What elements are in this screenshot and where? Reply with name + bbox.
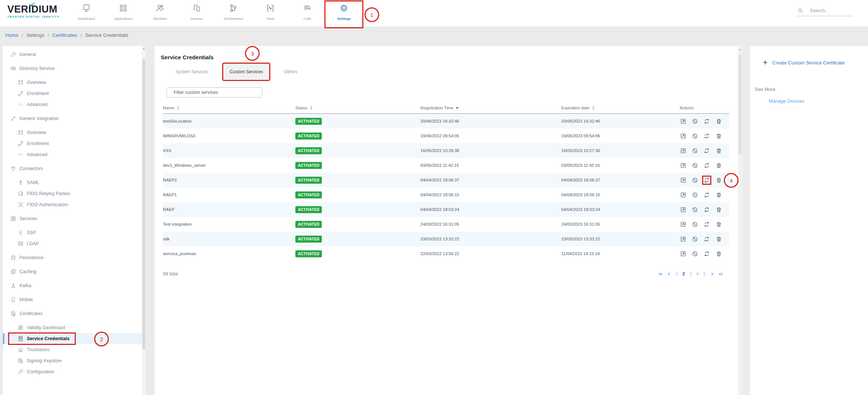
table-row[interactable]: XXX ACTIVATED 16/05/2022 10:26:38 16/05/… — [163, 143, 729, 158]
delete-icon[interactable] — [715, 147, 722, 154]
sidebar-item-directory-service[interactable]: Directory Service — [3, 63, 146, 74]
sidebar-item-services[interactable]: Services — [3, 213, 146, 224]
sidebar-item-fido-authenticators[interactable]: FIDO Authenticators — [3, 199, 146, 210]
sidebar-item-gi-enrollment[interactable]: Enrollment — [3, 138, 146, 149]
page-4-button[interactable]: 4 — [696, 271, 699, 276]
nav-item-dashboard[interactable]: Dashboard — [68, 1, 105, 27]
export-icon[interactable] — [680, 118, 687, 125]
previous-page-button[interactable] — [666, 272, 671, 276]
disable-icon[interactable] — [691, 191, 698, 198]
sidebar-item-caching[interactable]: Caching — [3, 266, 146, 277]
table-row[interactable]: Test integration ACTIVATED 24/03/2022 16… — [163, 217, 729, 232]
column-header-status[interactable]: Status — [295, 103, 420, 114]
table-row[interactable]: aencica_postman ACTIVATED 22/03/2022 13:… — [163, 246, 729, 261]
disable-icon[interactable] — [691, 177, 698, 184]
disable-icon[interactable] — [691, 147, 698, 154]
export-icon[interactable] — [680, 147, 687, 154]
export-icon[interactable] — [680, 236, 687, 243]
breadcrumb-certificates[interactable]: Certificates — [52, 32, 77, 38]
renew-icon[interactable] — [703, 191, 710, 198]
main-scrollbar[interactable] — [738, 46, 743, 395]
delete-icon[interactable] — [715, 162, 722, 169]
disable-icon[interactable] — [691, 236, 698, 243]
export-icon[interactable] — [680, 191, 687, 198]
disable-icon[interactable] — [691, 162, 698, 169]
delete-icon[interactable] — [715, 191, 722, 198]
sidebar-item-ldap[interactable]: LDAP — [3, 238, 146, 249]
disable-icon[interactable] — [691, 118, 698, 125]
sidebar-item-kafka[interactable]: Kafka — [3, 280, 146, 291]
last-page-button[interactable] — [718, 272, 723, 276]
first-page-button[interactable] — [658, 272, 663, 276]
nav-item-orchestrator[interactable]: Orchestrator — [215, 1, 252, 27]
sidebar-item-certificates[interactable]: Certificates — [3, 308, 146, 319]
renew-icon[interactable] — [703, 250, 710, 257]
scrollbar-thumb[interactable] — [739, 55, 742, 154]
disable-icon[interactable] — [691, 206, 698, 213]
sidebar-item-connectors[interactable]: Connectors — [3, 163, 146, 174]
page-3-button[interactable]: 3 — [689, 271, 692, 276]
export-icon[interactable] — [680, 221, 687, 228]
breadcrumb-home[interactable]: Home — [5, 32, 18, 38]
tab-custom-services[interactable]: Custom Services 3 — [223, 64, 269, 80]
scroll-up-arrow[interactable] — [142, 46, 146, 51]
export-icon[interactable] — [680, 250, 687, 257]
renew-icon[interactable] — [703, 221, 710, 228]
tab-system-services[interactable]: System Services — [169, 64, 214, 80]
sidebar-item-general[interactable]: General — [3, 49, 146, 60]
delete-icon[interactable] — [715, 177, 722, 184]
sidebar-item-configuration[interactable]: Configuration — [3, 366, 146, 377]
column-header-expiration-date[interactable]: Expiration date — [561, 103, 680, 114]
column-header-registration-time[interactable]: Registration Time — [420, 103, 561, 114]
column-header-name[interactable]: Name — [163, 103, 295, 114]
export-icon[interactable] — [680, 206, 687, 213]
sidebar-item-gi-advanced[interactable]: Advanced — [3, 149, 146, 160]
table-row[interactable]: RAEP ACTIVATED 04/04/2022 18:03:24 04/04… — [163, 202, 729, 217]
table-row[interactable]: sdk ACTIVATED 23/03/2022 13:32:22 23/03/… — [163, 232, 729, 246]
sidebar-item-mobile[interactable]: Mobile — [3, 294, 146, 305]
delete-icon[interactable] — [715, 250, 722, 257]
sidebar-item-generic-integration[interactable]: Generic Integration — [3, 113, 146, 124]
nav-item-identities[interactable]: Identities — [142, 1, 178, 27]
export-icon[interactable] — [680, 133, 687, 140]
sidebar-item-service-credentials[interactable]: Service Credentials 2 — [3, 333, 146, 344]
page-5-button[interactable]: 5 — [703, 271, 706, 276]
sidebar-item-persistence[interactable]: Persistence — [3, 252, 146, 263]
filter-custom-services-input[interactable] — [167, 87, 262, 98]
table-row[interactable]: dev1_Windows_server ACTIVATED 03/05/2022… — [163, 158, 729, 173]
export-icon[interactable] — [680, 177, 687, 184]
delete-icon[interactable] — [715, 118, 722, 125]
renew-icon[interactable] — [703, 147, 710, 154]
nav-item-audit[interactable]: Audit — [289, 1, 326, 27]
nav-item-devices[interactable]: Devices — [178, 1, 215, 27]
sidebar-item-saml[interactable]: SAML — [3, 177, 146, 188]
table-row-raep2[interactable]: RAEP2 ACTIVATED 04/04/2022 18:06:37 04/0… — [163, 173, 729, 187]
veridium-logo[interactable]: VERIDIUM TRUSTED DIGITAL IDENTITY — [7, 4, 60, 18]
sidebar-item-ds-advanced[interactable]: Advanced — [3, 99, 146, 110]
nav-item-settings[interactable]: ⚙ Settings 1 — [326, 1, 362, 27]
delete-icon[interactable] — [715, 206, 722, 213]
renew-icon[interactable] — [703, 236, 710, 243]
delete-icon[interactable] — [715, 133, 722, 140]
export-icon[interactable] — [680, 162, 687, 169]
page-2-button-current[interactable]: 2 — [682, 271, 685, 276]
disable-icon[interactable] — [691, 250, 698, 257]
tab-others[interactable]: Others — [278, 64, 304, 80]
sidebar-item-ds-overview[interactable]: Overview — [3, 77, 146, 88]
disable-icon[interactable] — [691, 133, 698, 140]
table-row[interactable]: RAEP1 ACTIVATED 04/04/2022 18:06:15 04/0… — [163, 187, 729, 202]
scrollbar-thumb[interactable] — [142, 59, 145, 350]
renew-icon[interactable] — [703, 177, 710, 184]
create-custom-service-certificate-button[interactable]: Create Custom Service Certificate — [763, 59, 868, 66]
renew-icon[interactable] — [703, 162, 710, 169]
sidebar-item-ssp[interactable]: SSP — [3, 227, 146, 238]
search-input[interactable] — [809, 7, 851, 14]
scroll-up-arrow[interactable] — [738, 46, 743, 51]
disable-icon[interactable] — [691, 221, 698, 228]
sidebar-item-fido-relying-parties[interactable]: FIDO Relying Parties — [3, 188, 146, 199]
sidebar-item-signing-keystore[interactable]: Signing Keystore — [3, 355, 146, 366]
nav-item-applications[interactable]: Applications — [105, 1, 142, 27]
renew-icon[interactable] — [703, 133, 710, 140]
sidebar-item-validity-dashboard[interactable]: Validity Dashboard — [3, 322, 146, 333]
sidebar-item-ds-enrollment[interactable]: Enrollment — [3, 88, 146, 99]
